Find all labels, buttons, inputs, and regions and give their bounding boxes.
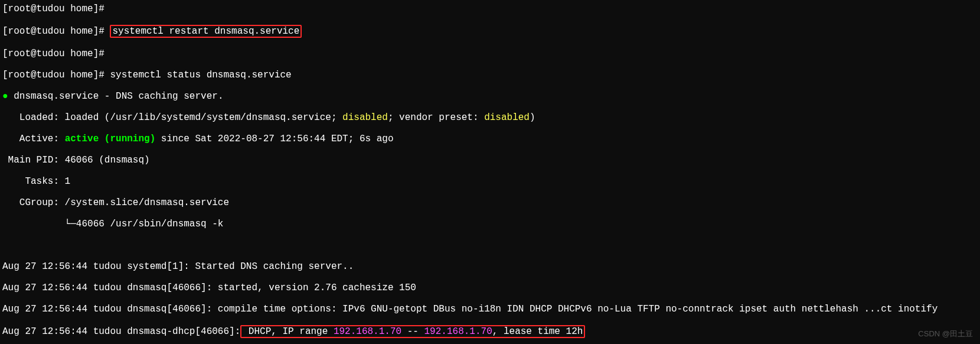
- status-tasks: Tasks: 1: [2, 176, 978, 187]
- status-cgroup: CGroup: /system.slice/dnsmasq.service: [2, 197, 978, 208]
- blank-line: [2, 240, 978, 251]
- status-cgroup-child: └─46066 /usr/sbin/dnsmasq -k: [2, 219, 978, 229]
- highlighted-dhcp-range: DHCP, IP range 192.168.1.70 -- 192.168.1…: [240, 325, 585, 338]
- prompt-line: [root@tudou home]#: [2, 4, 978, 14]
- terminal-output[interactable]: [root@tudou home]# [root@tudou home]# sy…: [0, 0, 980, 344]
- log-dhcp-line: Aug 27 12:56:44 tudou dnsmasq-dhcp[46066…: [2, 325, 978, 338]
- status-active: Active: active (running) since Sat 2022-…: [2, 134, 978, 144]
- watermark: CSDN @田土豆: [918, 329, 973, 339]
- cmd-restart-line: [root@tudou home]# systemctl restart dns…: [2, 25, 978, 38]
- status-mainpid: Main PID: 46066 (dnsmasq): [2, 155, 978, 165]
- status-header: ● dnsmasq.service - DNS caching server.: [2, 91, 978, 102]
- status-loaded: Loaded: loaded (/usr/lib/systemd/system/…: [2, 112, 978, 123]
- prompt-line: [root@tudou home]#: [2, 48, 978, 59]
- log-line: Aug 27 12:56:44 tudou dnsmasq[46066]: co…: [2, 304, 978, 314]
- highlighted-command: systemctl restart dnsmasq.service: [110, 25, 302, 38]
- cmd-status-line: [root@tudou home]# systemctl status dnsm…: [2, 70, 978, 80]
- log-line: Aug 27 12:56:44 tudou dnsmasq[46066]: st…: [2, 283, 978, 293]
- log-line: Aug 27 12:56:44 tudou systemd[1]: Starte…: [2, 261, 978, 272]
- active-dot-icon: ●: [2, 91, 8, 102]
